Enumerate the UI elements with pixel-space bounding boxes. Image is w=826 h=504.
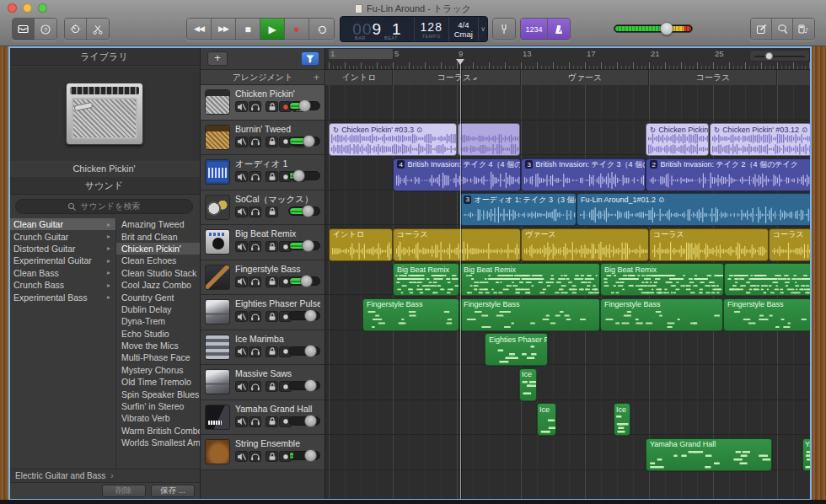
track-header[interactable]: String Ensemble — [201, 435, 324, 470]
add-track-button[interactable]: + — [207, 51, 228, 66]
track-region[interactable]: 3オーディオ 1: テイク 3（3 個のテイク）⊙ — [459, 193, 577, 226]
patch-item[interactable]: Echo Studio — [116, 328, 200, 340]
track-region[interactable]: ↻Chicken Pickin' # — [646, 123, 709, 156]
track-header[interactable]: Burnin' Tweed — [201, 121, 324, 156]
volume-knob[interactable] — [304, 415, 317, 427]
track-name[interactable]: Ice Marimba — [235, 334, 320, 345]
patch-item[interactable]: Clean Echoes — [116, 255, 200, 266]
track-region[interactable]: Fingerstyle Bass — [459, 298, 600, 331]
lock-button[interactable] — [266, 101, 278, 112]
track-header[interactable]: Ice Marimba — [201, 330, 324, 366]
track-region[interactable]: コーラス — [769, 228, 812, 261]
patch-item[interactable]: Move the Mics — [116, 340, 200, 351]
volume-knob[interactable] — [292, 169, 305, 182]
lock-button[interactable] — [266, 381, 278, 392]
track-name[interactable]: オーディオ 1 — [235, 158, 320, 169]
category-item[interactable]: Crunch Guitar▸ — [8, 230, 115, 242]
zoom-slider-knob[interactable] — [765, 52, 773, 60]
track-region[interactable]: ヴァース — [521, 228, 649, 261]
track-header[interactable]: オーディオ 1 — [201, 155, 324, 190]
category-item[interactable]: Experimental Guitar▸ — [8, 255, 115, 266]
volume-knob[interactable] — [298, 99, 311, 112]
mute-button[interactable] — [235, 346, 248, 357]
smart-controls-button[interactable] — [65, 19, 87, 40]
track-region[interactable]: Fingerstyle Bass — [723, 298, 812, 331]
patch-item[interactable]: Surfin' in Stereo — [116, 400, 200, 412]
track-name[interactable]: Fingerstyle Bass — [235, 264, 320, 275]
lcd-chevron[interactable]: ∨ — [479, 17, 487, 41]
category-item[interactable]: Crunch Bass▸ — [8, 279, 115, 291]
track-volume-slider[interactable] — [288, 311, 320, 320]
track-region[interactable]: Big Beat Remix — [459, 263, 600, 296]
track-region[interactable]: Yamaha — [802, 438, 812, 471]
arrangement-section-marker[interactable]: ヴァース — [521, 70, 649, 85]
patch-item[interactable]: Vibrato Verb — [116, 412, 200, 424]
arrangement-add-icon[interactable]: + — [314, 72, 319, 83]
patch-item[interactable]: Multi-Phase Face — [116, 351, 200, 363]
lock-button[interactable] — [266, 311, 278, 322]
master-volume-slider[interactable] — [614, 24, 693, 33]
track-volume-slider[interactable] — [288, 381, 320, 390]
solo-button[interactable] — [249, 311, 261, 322]
track-region[interactable]: ↻Chicken Pickin' #03.12⊙ — [710, 123, 812, 156]
ruler[interactable]: 1591317212529 — [325, 48, 812, 70]
solo-button[interactable] — [249, 206, 261, 217]
notepad-button[interactable] — [751, 19, 772, 40]
track-region[interactable] — [724, 263, 812, 296]
solo-button[interactable] — [249, 346, 261, 357]
track-region[interactable]: Fingerstyle Bass — [600, 298, 723, 331]
mute-button[interactable] — [235, 451, 248, 462]
patch-item[interactable]: Mystery Chorus — [116, 364, 200, 376]
quick-help-button[interactable]: ? — [35, 19, 56, 40]
metronome-button[interactable] — [548, 19, 570, 40]
mute-button[interactable] — [235, 416, 248, 427]
track-region[interactable]: Fu-Lin Around_1#01.2⊙ — [577, 193, 812, 226]
track-region[interactable]: 4British Invasion: テイク 4（4 個のテイク — [393, 158, 521, 191]
track-region[interactable]: 2British Invasion: テイク 2（4 個のテイク — [646, 158, 812, 191]
track-name[interactable]: Burnin' Tweed — [235, 124, 320, 135]
track-volume-slider[interactable] — [288, 137, 320, 146]
solo-button[interactable] — [249, 276, 261, 287]
loop-browser-button[interactable] — [772, 19, 793, 40]
track-volume-slider[interactable] — [288, 171, 320, 180]
cycle-region[interactable] — [329, 49, 393, 59]
mute-button[interactable] — [235, 137, 248, 147]
category-item[interactable]: Clean Bass▸ — [8, 267, 115, 279]
zoom-slider[interactable] — [749, 50, 810, 62]
take-count-badge[interactable]: 3 — [464, 196, 471, 204]
track-volume-slider[interactable] — [288, 206, 320, 216]
track-region[interactable]: Ice — [537, 403, 556, 436]
play-button[interactable]: ▶ — [260, 19, 285, 40]
track-header[interactable]: Big Beat Remix — [201, 225, 324, 260]
tuner-button[interactable] — [493, 19, 515, 40]
solo-button[interactable] — [249, 451, 261, 462]
track-region[interactable] — [458, 123, 520, 156]
volume-knob[interactable] — [300, 275, 313, 287]
rewind-button[interactable]: ◀◀ — [187, 19, 212, 40]
track-volume-slider[interactable] — [288, 416, 320, 426]
patch-item[interactable]: Amazing Tweed — [116, 218, 200, 230]
take-count-badge[interactable]: 4 — [397, 160, 405, 169]
track-name[interactable]: Chicken Pickin' — [235, 88, 320, 99]
volume-knob[interactable] — [304, 345, 317, 357]
track-region[interactable]: コーラス — [393, 228, 521, 261]
lock-button[interactable] — [266, 276, 278, 287]
track-region[interactable]: Yamaha Grand Hall — [646, 438, 772, 471]
track-region[interactable]: 3British Invasion: テイク 3（4 個のテイク — [521, 158, 646, 191]
solo-button[interactable] — [249, 137, 261, 147]
track-volume-slider[interactable] — [288, 101, 320, 110]
patch-item[interactable]: Dublin Delay — [116, 303, 200, 315]
section-reorder-icon[interactable]: ▴▾ — [473, 75, 476, 81]
patch-item[interactable]: Dyna-Trem — [116, 315, 200, 327]
track-volume-slider[interactable] — [288, 451, 320, 460]
track-region[interactable]: Big Beat Remix — [600, 263, 724, 296]
patch-item[interactable]: Country Gent — [116, 291, 200, 303]
volume-knob[interactable] — [304, 449, 317, 462]
track-region[interactable]: Fingerstyle Bass — [362, 298, 459, 331]
arrangement-section-marker[interactable]: コーラス — [649, 70, 777, 85]
breadcrumb[interactable]: Electric Guitar and Bass › — [8, 469, 200, 482]
stop-button[interactable]: ■ — [236, 19, 260, 40]
editor-button[interactable] — [87, 19, 109, 40]
track-header[interactable]: Eighties Phaser Pulse — [201, 295, 324, 330]
record-button[interactable]: ● — [285, 19, 309, 40]
